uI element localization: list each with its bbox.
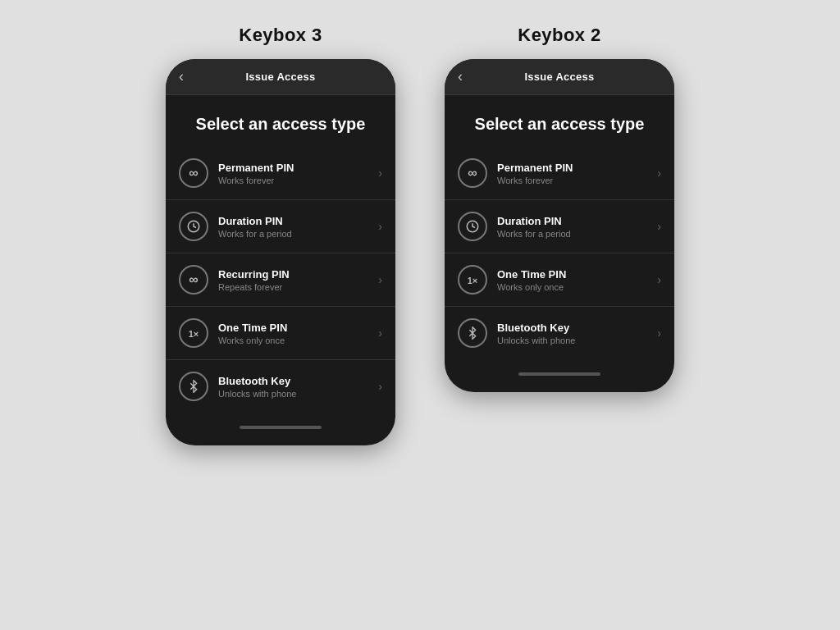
one-time-icon-2 — [468, 274, 478, 286]
keybox3-bluetooth-key-icon — [179, 372, 208, 401]
keybox3-duration-pin-desc: Works for a period — [218, 229, 372, 239]
keybox2-duration-pin-name: Duration PIN — [497, 215, 651, 227]
keybox3-content: Select an access type Permanent PIN Work… — [166, 95, 395, 413]
bluetooth-icon-2 — [466, 326, 479, 340]
keybox3-permanent-pin-name: Permanent PIN — [218, 162, 372, 174]
keybox3-permanent-pin-desc: Works forever — [218, 176, 372, 185]
keybox2-back-button[interactable]: ‹ — [458, 68, 463, 85]
keybox2-duration-pin-icon — [458, 212, 487, 241]
keybox3-recurring-pin[interactable]: Recurring PIN Repeats forever › — [166, 253, 395, 307]
keybox3-one-time-pin-chevron: › — [378, 326, 382, 340]
keybox3-permanent-pin[interactable]: Permanent PIN Works forever › — [166, 147, 395, 200]
keybox2-permanent-pin-text: Permanent PIN Works forever — [497, 162, 651, 185]
keybox3-header: ‹ Issue Access — [166, 59, 395, 95]
keybox3-recurring-pin-text: Recurring PIN Repeats forever — [218, 268, 372, 292]
infinity-icon — [189, 166, 198, 180]
keybox3-one-time-pin[interactable]: One Time PIN Works only once › — [166, 307, 395, 360]
keybox2-bluetooth-key-desc: Unlocks with phone — [497, 336, 651, 345]
keybox3-bluetooth-key-desc: Unlocks with phone — [218, 389, 372, 399]
keybox3-one-time-pin-text: One Time PIN Works only once — [218, 322, 372, 345]
keybox2-duration-pin-chevron: › — [657, 220, 661, 233]
keybox3-home-indicator — [240, 426, 322, 429]
keybox3-bluetooth-key-chevron: › — [378, 380, 382, 393]
keybox3-recurring-pin-chevron: › — [378, 273, 382, 286]
keybox3-bluetooth-key-text: Bluetooth Key Unlocks with phone — [218, 375, 372, 399]
keybox3-one-time-pin-desc: Works only once — [218, 336, 372, 345]
keybox3-recurring-pin-icon — [179, 265, 208, 294]
keybox2-one-time-pin-icon — [458, 265, 487, 294]
keybox2-phone: ‹ Issue Access Select an access type Per… — [445, 59, 674, 392]
keybox2-bluetooth-key-text: Bluetooth Key Unlocks with phone — [497, 322, 651, 345]
keybox2-duration-pin[interactable]: Duration PIN Works for a period › — [445, 200, 674, 253]
keybox3-duration-pin-chevron: › — [378, 220, 382, 233]
keybox3-duration-pin-name: Duration PIN — [218, 215, 372, 227]
keybox3-recurring-pin-name: Recurring PIN — [218, 268, 372, 281]
keybox2-one-time-pin-text: One Time PIN Works only once — [497, 268, 651, 292]
device-column-keybox3: Keybox 3 ‹ Issue Access Select an access… — [166, 25, 395, 445]
keybox3-one-time-pin-name: One Time PIN — [218, 322, 372, 334]
keybox2-home-indicator — [518, 372, 600, 376]
keybox3-one-time-pin-icon — [179, 318, 208, 348]
keybox2-duration-pin-desc: Works for a period — [497, 229, 651, 239]
keybox3-permanent-pin-icon — [179, 158, 208, 188]
keybox2-one-time-pin[interactable]: One Time PIN Works only once › — [445, 253, 674, 307]
keybox3-permanent-pin-chevron: › — [378, 167, 382, 180]
keybox3-permanent-pin-text: Permanent PIN Works forever — [218, 162, 372, 185]
keybox2-access-list: Permanent PIN Works forever › — [445, 147, 674, 359]
keybox3-bluetooth-key-name: Bluetooth Key — [218, 375, 372, 387]
device-column-keybox2: Keybox 2 ‹ Issue Access Select an access… — [445, 25, 674, 392]
keybox3-screen-heading: Select an access type — [166, 95, 395, 147]
keybox2-bluetooth-key[interactable]: Bluetooth Key Unlocks with phone › — [445, 307, 674, 359]
keybox2-content: Select an access type Permanent PIN Work… — [445, 95, 674, 359]
keybox3-duration-pin-icon — [179, 212, 208, 241]
keybox2-one-time-pin-name: One Time PIN — [497, 268, 651, 281]
keybox2-title: Keybox 2 — [518, 25, 600, 46]
keybox2-permanent-pin-name: Permanent PIN — [497, 162, 651, 174]
keybox3-recurring-pin-desc: Repeats forever — [218, 282, 372, 292]
keybox2-permanent-pin[interactable]: Permanent PIN Works forever › — [445, 147, 674, 200]
comparison-row: Keybox 3 ‹ Issue Access Select an access… — [16, 25, 824, 445]
keybox3-title: Keybox 3 — [239, 25, 322, 46]
keybox2-one-time-pin-chevron: › — [657, 273, 661, 286]
keybox3-bluetooth-key[interactable]: Bluetooth Key Unlocks with phone › — [166, 360, 395, 413]
infinity-icon-3 — [468, 166, 477, 180]
keybox3-header-title: Issue Access — [245, 71, 315, 83]
one-time-icon — [189, 327, 199, 340]
keybox2-bluetooth-key-name: Bluetooth Key — [497, 322, 651, 334]
keybox3-phone: ‹ Issue Access Select an access type Per… — [166, 59, 395, 445]
keybox2-one-time-pin-desc: Works only once — [497, 282, 651, 292]
clock-icon-2 — [465, 219, 480, 234]
clock-icon — [186, 219, 201, 234]
keybox3-back-button[interactable]: ‹ — [179, 68, 184, 85]
keybox3-access-list: Permanent PIN Works forever › — [166, 147, 395, 413]
keybox2-duration-pin-text: Duration PIN Works for a period — [497, 215, 651, 239]
keybox3-duration-pin-text: Duration PIN Works for a period — [218, 215, 372, 239]
bluetooth-icon — [187, 380, 200, 393]
keybox2-permanent-pin-icon — [458, 158, 487, 188]
keybox2-permanent-pin-desc: Works forever — [497, 176, 651, 185]
keybox2-permanent-pin-chevron: › — [657, 167, 661, 180]
keybox2-header: ‹ Issue Access — [445, 59, 674, 95]
keybox2-screen-heading: Select an access type — [445, 95, 674, 147]
keybox2-header-title: Issue Access — [524, 71, 594, 83]
keybox2-bluetooth-key-chevron: › — [657, 326, 661, 340]
infinity-icon-2 — [189, 272, 198, 287]
keybox3-duration-pin[interactable]: Duration PIN Works for a period › — [166, 200, 395, 253]
keybox2-bluetooth-key-icon — [458, 318, 487, 348]
